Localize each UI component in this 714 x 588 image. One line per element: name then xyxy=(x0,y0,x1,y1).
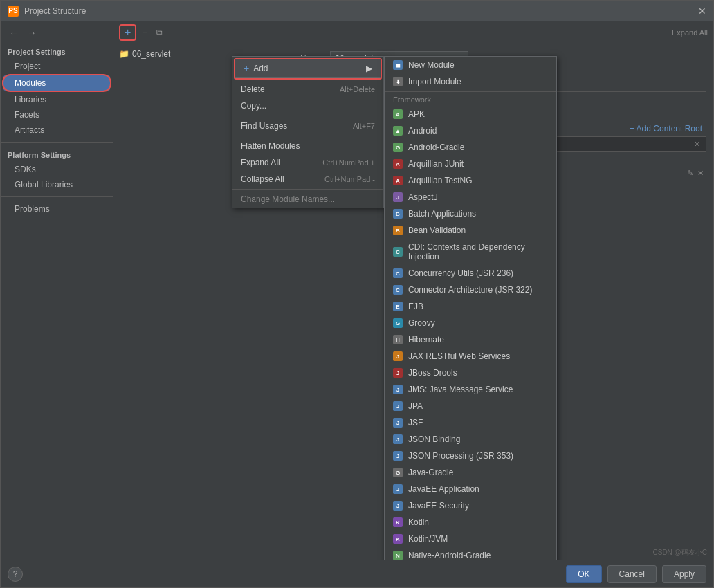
framework-item-bean-validation[interactable]: B Bean Validation xyxy=(385,222,556,239)
framework-item-javaee-security[interactable]: J JavaEE Security xyxy=(385,497,556,514)
sidebar-item-sdks[interactable]: SDKs xyxy=(1,162,113,177)
platform-settings-section: Platform Settings xyxy=(1,147,113,162)
sidebar-item-modules[interactable]: Modules xyxy=(3,75,110,91)
kotlin-icon: K xyxy=(393,517,403,527)
sidebar-item-facets[interactable]: Facets xyxy=(1,107,113,122)
framework-separator xyxy=(385,91,556,92)
watermark: CSDN @码友小C xyxy=(653,548,708,558)
collapse-menu-item[interactable]: Collapse All Ctrl+NumPad - xyxy=(232,171,383,187)
framework-item-aspectj[interactable]: J AspectJ xyxy=(385,189,556,205)
menu-separator-2 xyxy=(232,136,383,136)
framework-item-json-binding[interactable]: J JSON Binding xyxy=(385,431,556,448)
expand-shortcut: Ctrl+NumPad + xyxy=(322,158,375,167)
framework-item-jpa[interactable]: J JPA xyxy=(385,398,556,414)
framework-import-module[interactable]: ⬇ Import Module xyxy=(385,73,556,90)
jms-label: JMS: Java Message Service xyxy=(408,385,513,394)
close-button[interactable]: ✕ xyxy=(698,6,706,17)
framework-item-jsf[interactable]: J JSF xyxy=(385,414,556,431)
expand-menu-item[interactable]: Expand All Ctrl+NumPad + xyxy=(232,154,383,171)
find-usages-menu-item[interactable]: Find Usages Alt+F7 xyxy=(232,118,383,134)
main-content: ← → Project Settings Project Modules Lib… xyxy=(1,21,713,560)
arquillian-junit-icon: A xyxy=(393,159,403,169)
change-names-label: Change Module Names... xyxy=(241,194,335,204)
add-module-button[interactable]: + xyxy=(119,24,136,41)
module-toolbar: + − ⧉ Expand All xyxy=(113,21,713,44)
src-actions: ✎ ✕ xyxy=(687,169,704,178)
framework-item-ejb[interactable]: E EJB xyxy=(385,298,556,315)
module-folder-icon: 📁 xyxy=(119,49,129,59)
sidebar-item-global-libraries[interactable]: Global Libraries xyxy=(1,177,113,192)
copy-module-button[interactable]: ⧉ xyxy=(154,26,165,39)
framework-item-jax-rest[interactable]: J JAX RESTful Web Services xyxy=(385,348,556,365)
framework-item-kotlin-jvm[interactable]: K Kotlin/JVM xyxy=(385,531,556,547)
arquillian-testng-label: Arquillian TestNG xyxy=(408,176,472,185)
import-module-label: Import Module xyxy=(408,77,461,86)
delete-src-button[interactable]: ✕ xyxy=(697,169,704,178)
add-arrow-icon: ▶ xyxy=(366,64,372,73)
sidebar-item-artifacts[interactable]: Artifacts xyxy=(1,122,113,138)
framework-item-android[interactable]: ▲ Android xyxy=(385,122,556,139)
apk-label: APK xyxy=(408,109,425,119)
add-label: Add xyxy=(253,64,268,73)
android-label: Android xyxy=(408,126,437,136)
framework-item-apk[interactable]: A APK xyxy=(385,106,556,122)
connector-label: Connector Architecture (JSR 322) xyxy=(408,285,532,295)
sidebar-item-project[interactable]: Project xyxy=(1,59,113,74)
framework-item-java-gradle[interactable]: G Java-Gradle xyxy=(385,464,556,481)
flatten-menu-item[interactable]: Flatten Modules xyxy=(232,138,383,154)
help-button[interactable]: ? xyxy=(8,567,23,582)
framework-item-arquillian-junit[interactable]: A Arquillian JUnit xyxy=(385,156,556,172)
framework-item-batch[interactable]: B Batch Applications xyxy=(385,205,556,222)
hibernate-icon: H xyxy=(393,335,403,344)
center-right-area: + − ⧉ Expand All 📁 06_servlet xyxy=(113,21,713,560)
framework-item-native-android[interactable]: N Native-Android-Gradle xyxy=(385,547,556,560)
framework-item-jboss[interactable]: J JBoss Drools xyxy=(385,365,556,381)
cancel-button[interactable]: Cancel xyxy=(607,565,657,583)
framework-item-kotlin[interactable]: K Kotlin xyxy=(385,514,556,531)
android-gradle-label: Android-Gradle xyxy=(408,143,464,152)
apply-button[interactable]: Apply xyxy=(662,565,706,583)
java-gradle-label: Java-Gradle xyxy=(408,468,453,477)
framework-item-javaee-app[interactable]: J JavaEE Application xyxy=(385,481,556,497)
bean-validation-label: Bean Validation xyxy=(408,226,466,235)
copy-menu-item[interactable]: Copy... xyxy=(232,98,383,114)
framework-item-groovy[interactable]: G Groovy xyxy=(385,315,556,331)
flatten-label: Flatten Modules xyxy=(241,141,300,151)
change-names-menu-item[interactable]: Change Module Names... xyxy=(232,191,383,208)
back-button[interactable]: ← xyxy=(6,26,21,39)
apk-icon: A xyxy=(393,109,403,119)
ok-button[interactable]: OK xyxy=(566,565,601,583)
import-module-icon: ⬇ xyxy=(393,77,403,86)
native-android-label: Native-Android-Gradle xyxy=(408,551,491,560)
sidebar-item-problems[interactable]: Problems xyxy=(1,201,113,217)
delete-menu-item[interactable]: Delete Alt+Delete xyxy=(232,81,383,98)
arquillian-junit-label: Arquillian JUnit xyxy=(408,159,464,169)
framework-item-android-gradle[interactable]: G Android-Gradle xyxy=(385,139,556,156)
framework-item-jms[interactable]: J JMS: Java Message Service xyxy=(385,381,556,398)
remove-content-root-button[interactable]: ✕ xyxy=(694,140,700,149)
framework-submenu: ◼ New Module ⬇ Import Module Framework xyxy=(384,56,557,560)
sidebar-item-libraries[interactable]: Libraries xyxy=(1,92,113,107)
batch-icon: B xyxy=(393,209,403,219)
framework-item-connector[interactable]: C Connector Architecture (JSR 322) xyxy=(385,282,556,298)
framework-new-module[interactable]: ◼ New Module xyxy=(385,57,556,73)
app-icon: PS xyxy=(8,6,19,17)
add-content-root-button[interactable]: + Add Content Root xyxy=(625,121,706,136)
framework-item-cdi[interactable]: C CDI: Contexts and Dependency Injection xyxy=(385,239,556,265)
javaee-app-label: JavaEE Application xyxy=(408,484,479,494)
expand-all-label[interactable]: Expand All xyxy=(672,28,708,37)
collapse-shortcut: Ctrl+NumPad - xyxy=(324,175,375,183)
groovy-label: Groovy xyxy=(408,318,435,328)
framework-item-hibernate[interactable]: H Hibernate xyxy=(385,331,556,348)
forward-button[interactable]: → xyxy=(24,26,39,39)
json-binding-icon: J xyxy=(393,434,403,444)
context-menu: + Add ▶ Delete Alt+Delete Copy... xyxy=(232,56,384,208)
add-menu-item[interactable]: + Add ▶ xyxy=(235,59,381,78)
remove-module-button[interactable]: − xyxy=(139,26,150,39)
edit-src-button[interactable]: ✎ xyxy=(687,169,693,178)
framework-item-concurrency[interactable]: C Concurrency Utils (JSR 236) xyxy=(385,265,556,282)
framework-item-arquillian-testng[interactable]: A Arquillian TestNG xyxy=(385,172,556,189)
find-usages-label: Find Usages xyxy=(241,121,287,131)
framework-item-json-processing[interactable]: J JSON Processing (JSR 353) xyxy=(385,448,556,464)
jpa-icon: J xyxy=(393,401,403,411)
